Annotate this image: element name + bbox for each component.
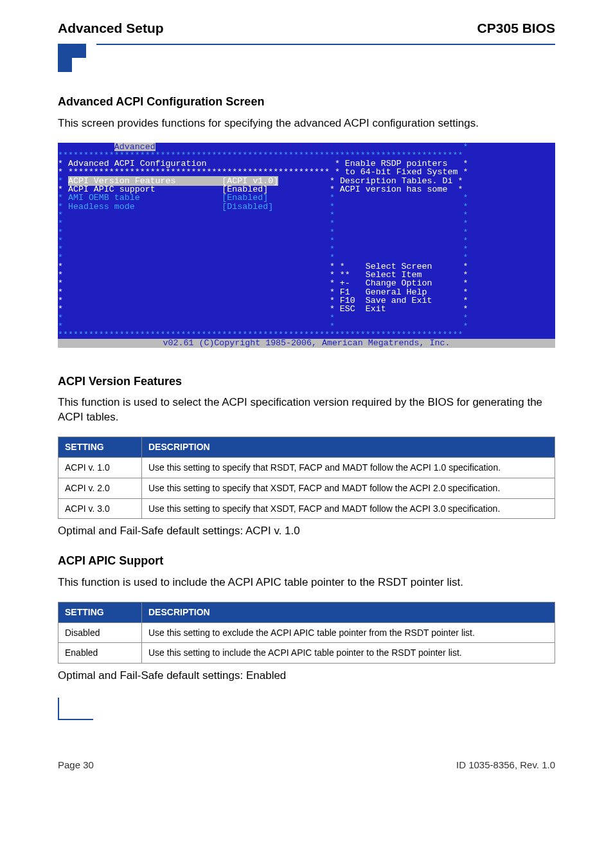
footer-corner-rule bbox=[58, 698, 93, 720]
bios-screenshot: Advanced * *****************************… bbox=[58, 143, 555, 348]
table-row: ACPI v. 1.0Use this setting to specify t… bbox=[58, 457, 555, 478]
section-title-apic-support: ACPI APIC Support bbox=[58, 553, 555, 568]
th-setting: Setting bbox=[58, 437, 142, 457]
section-desc-acpi-config: This screen provides functions for speci… bbox=[58, 116, 555, 131]
table-header-row: Setting Description bbox=[58, 602, 555, 622]
default-version-features: Optimal and Fail-Safe default settings: … bbox=[58, 524, 555, 539]
page-footer: Page 30 ID 1035-8356, Rev. 1.0 bbox=[58, 759, 555, 772]
cell-setting: Disabled bbox=[58, 622, 142, 643]
section-desc-version-features: This function is used to select the ACPI… bbox=[58, 395, 555, 425]
cell-desc: Use this setting to include the ACPI API… bbox=[142, 643, 555, 664]
cell-desc: Use this setting to specify that XSDT, F… bbox=[142, 498, 555, 519]
footer-id: ID 1035-8356, Rev. 1.0 bbox=[456, 759, 555, 772]
cell-desc: Use this setting to specify that XSDT, F… bbox=[142, 478, 555, 498]
cell-setting: ACPI v. 3.0 bbox=[58, 498, 142, 519]
default-apic-support: Optimal and Fail-Safe default settings: … bbox=[58, 669, 555, 683]
bios-tab-advanced: Advanced bbox=[114, 143, 155, 151]
th-description: Description bbox=[142, 602, 555, 622]
header-left: Advanced Setup bbox=[58, 19, 164, 37]
section-title-acpi-config: Advanced ACPI Configuration Screen bbox=[58, 94, 555, 109]
th-description: Description bbox=[142, 437, 555, 457]
cell-desc: Use this setting to specify that RSDT, F… bbox=[142, 457, 555, 478]
brand-logo bbox=[58, 44, 96, 76]
cell-setting: Enabled bbox=[58, 643, 142, 664]
table-row: ACPI v. 3.0Use this setting to specify t… bbox=[58, 498, 555, 519]
header-rule bbox=[96, 44, 555, 45]
logo-row bbox=[58, 44, 555, 76]
section-desc-apic-support: This function is used to include the ACP… bbox=[58, 575, 555, 590]
table-version-features: Setting Description ACPI v. 1.0Use this … bbox=[58, 437, 555, 520]
section-title-version-features: ACPI Version Features bbox=[58, 374, 555, 389]
footer-page: Page 30 bbox=[58, 759, 94, 772]
header-right: CP305 BIOS bbox=[477, 19, 555, 37]
table-row: DisabledUse this setting to exclude the … bbox=[58, 622, 555, 643]
cell-desc: Use this setting to exclude the ACPI API… bbox=[142, 622, 555, 643]
bios-copyright: v02.61 (C)Copyright 1985-2006, American … bbox=[58, 339, 555, 347]
cell-setting: ACPI v. 1.0 bbox=[58, 457, 142, 478]
cell-setting: ACPI v. 2.0 bbox=[58, 478, 142, 498]
table-header-row: Setting Description bbox=[58, 437, 555, 457]
page-header: Advanced Setup CP305 BIOS bbox=[58, 19, 555, 44]
table-row: ACPI v. 2.0Use this setting to specify t… bbox=[58, 478, 555, 498]
table-apic-support: Setting Description DisabledUse this set… bbox=[58, 602, 555, 664]
table-row: EnabledUse this setting to include the A… bbox=[58, 643, 555, 664]
th-setting: Setting bbox=[58, 602, 142, 622]
